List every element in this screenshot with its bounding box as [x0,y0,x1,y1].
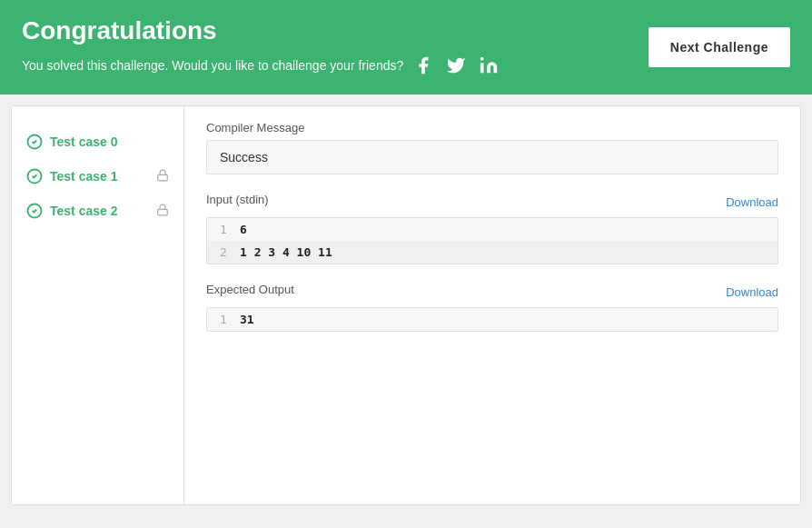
output-line-1-num: 1 [207,313,240,326]
lock-icon-2 [156,204,169,219]
header-left: Congratulations You solved this challeng… [22,16,501,78]
compiler-message-box: Success [206,140,778,174]
test-case-0-label: Test case 0 [50,134,117,149]
check-icon-0 [26,134,43,150]
output-line-1: 1 31 [207,308,777,331]
svg-point-0 [480,57,484,61]
output-section: Expected Output Download 1 31 [206,283,778,332]
input-line-2-code: 1 2 3 4 10 11 [240,245,332,259]
linkedin-icon[interactable] [476,53,501,78]
test-case-panel: Compiler Message Success Input (stdin) D… [184,106,800,504]
twitter-icon[interactable] [443,53,469,78]
compiler-message-section: Compiler Message Success [206,121,778,174]
subtitle-text: You solved this challenge. Would you lik… [22,58,403,73]
output-line-1-code: 31 [240,313,254,326]
svg-rect-3 [158,174,168,180]
facebook-icon[interactable] [411,53,436,78]
test-case-1-label: Test case 1 [50,169,117,184]
input-section: Input (stdin) Download 1 6 2 1 2 3 4 10 … [206,193,778,264]
header-banner: Congratulations You solved this challeng… [0,0,812,95]
output-section-header: Expected Output Download [206,283,778,302]
input-line-2: 2 1 2 3 4 10 11 [207,241,777,264]
input-section-header: Input (stdin) Download [206,193,778,212]
test-case-2-label: Test case 2 [50,204,117,218]
next-challenge-button[interactable]: Next Challenge [649,27,790,67]
header-title: Congratulations [22,16,501,45]
input-line-2-num: 2 [207,245,240,259]
check-icon-1 [26,168,43,184]
input-line-1-num: 1 [207,223,240,236]
input-line-1: 1 6 [207,218,777,241]
input-line-1-code: 6 [240,223,247,236]
test-case-0[interactable]: Test case 0 [12,125,183,159]
social-icons [411,53,501,78]
output-label: Expected Output [206,283,294,296]
input-code-block: 1 6 2 1 2 3 4 10 11 [206,217,778,264]
output-code-block: 1 31 [206,307,778,332]
input-download-link[interactable]: Download [726,195,778,209]
input-label: Input (stdin) [206,193,269,206]
compiler-message-label: Compiler Message [206,121,778,134]
test-cases-sidebar: Test case 0 Test case 1 Test case 2 [12,106,184,504]
main-content: Test case 0 Test case 1 Test case 2 [11,105,801,505]
lock-icon-1 [156,169,169,184]
output-download-link[interactable]: Download [726,285,778,299]
check-icon-2 [26,203,43,219]
header-subtitle: You solved this challenge. Would you lik… [22,53,501,78]
test-case-2[interactable]: Test case 2 [12,194,183,228]
test-case-1[interactable]: Test case 1 [12,159,183,194]
svg-rect-5 [158,209,168,214]
